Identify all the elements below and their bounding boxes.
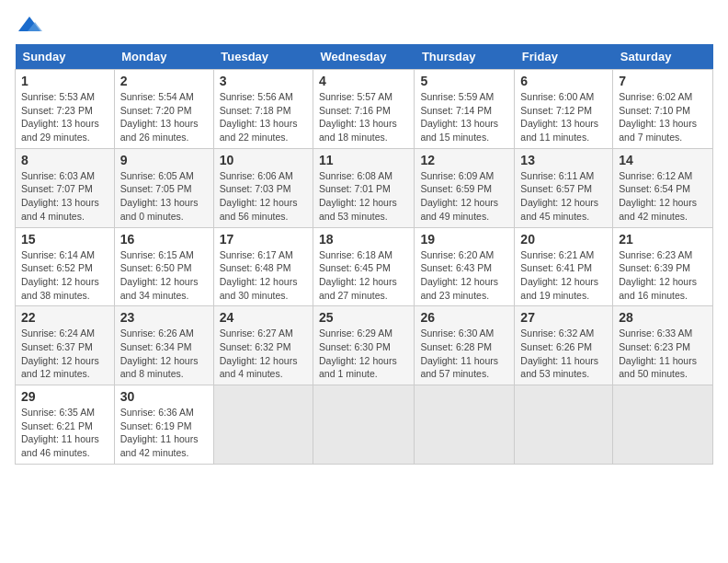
day-info: Sunrise: 6:35 AM Sunset: 6:21 PM Dayligh… (21, 406, 108, 460)
calendar-day-cell: 14Sunrise: 6:12 AM Sunset: 6:54 PM Dayli… (613, 148, 713, 227)
calendar-day-cell: 1Sunrise: 5:53 AM Sunset: 7:23 PM Daylig… (16, 70, 115, 149)
calendar-day-cell (613, 385, 713, 465)
calendar-day-cell: 19Sunrise: 6:20 AM Sunset: 6:43 PM Dayli… (415, 227, 515, 306)
day-info: Sunrise: 6:32 AM Sunset: 6:26 PM Dayligh… (520, 327, 607, 381)
calendar-week-row: 8Sunrise: 6:03 AM Sunset: 7:07 PM Daylig… (16, 148, 713, 227)
day-number: 7 (619, 74, 707, 88)
day-number: 3 (220, 74, 307, 88)
day-info: Sunrise: 6:18 AM Sunset: 6:45 PM Dayligh… (319, 248, 408, 303)
day-number: 16 (120, 232, 208, 247)
day-number: 25 (319, 310, 408, 325)
day-info: Sunrise: 6:15 AM Sunset: 6:50 PM Dayligh… (120, 248, 208, 303)
calendar-day-cell: 21Sunrise: 6:23 AM Sunset: 6:39 PM Dayli… (613, 227, 713, 306)
day-info: Sunrise: 5:57 AM Sunset: 7:16 PM Dayligh… (319, 90, 408, 144)
day-number: 24 (220, 310, 307, 325)
day-info: Sunrise: 6:20 AM Sunset: 6:43 PM Dayligh… (420, 248, 508, 303)
calendar-day-cell: 26Sunrise: 6:30 AM Sunset: 6:28 PM Dayli… (415, 306, 515, 385)
day-number: 2 (120, 74, 208, 88)
calendar-day-cell: 22Sunrise: 6:24 AM Sunset: 6:37 PM Dayli… (16, 306, 115, 385)
day-info: Sunrise: 6:11 AM Sunset: 6:57 PM Dayligh… (520, 169, 607, 224)
day-number: 17 (220, 232, 307, 247)
day-info: Sunrise: 6:33 AM Sunset: 6:23 PM Dayligh… (619, 327, 707, 381)
calendar-day-cell: 9Sunrise: 6:05 AM Sunset: 7:05 PM Daylig… (114, 148, 213, 227)
calendar-day-cell: 18Sunrise: 6:18 AM Sunset: 6:45 PM Dayli… (313, 227, 415, 306)
day-number: 27 (520, 310, 607, 325)
calendar-day-cell: 27Sunrise: 6:32 AM Sunset: 6:26 PM Dayli… (515, 306, 613, 385)
calendar-day-cell: 16Sunrise: 6:15 AM Sunset: 6:50 PM Dayli… (114, 227, 213, 306)
day-info: Sunrise: 6:24 AM Sunset: 6:37 PM Dayligh… (21, 327, 108, 381)
day-number: 26 (420, 310, 508, 325)
day-number: 30 (120, 389, 208, 404)
day-number: 9 (120, 153, 208, 167)
day-info: Sunrise: 6:08 AM Sunset: 7:01 PM Dayligh… (319, 169, 408, 224)
weekday-header-thursday: Thursday (415, 44, 515, 70)
calendar-header-row: SundayMondayTuesdayWednesdayThursdayFrid… (16, 44, 713, 70)
day-info: Sunrise: 6:05 AM Sunset: 7:05 PM Dayligh… (120, 169, 208, 224)
day-info: Sunrise: 6:02 AM Sunset: 7:10 PM Dayligh… (619, 90, 707, 144)
day-info: Sunrise: 6:29 AM Sunset: 6:30 PM Dayligh… (319, 327, 408, 381)
calendar-day-cell: 17Sunrise: 6:17 AM Sunset: 6:48 PM Dayli… (213, 227, 313, 306)
day-info: Sunrise: 6:30 AM Sunset: 6:28 PM Dayligh… (420, 327, 508, 381)
calendar-table: SundayMondayTuesdayWednesdayThursdayFrid… (15, 44, 713, 465)
calendar-week-row: 29Sunrise: 6:35 AM Sunset: 6:21 PM Dayli… (16, 385, 713, 465)
day-number: 18 (319, 232, 408, 247)
day-number: 13 (520, 153, 607, 167)
day-info: Sunrise: 6:27 AM Sunset: 6:32 PM Dayligh… (220, 327, 307, 381)
day-info: Sunrise: 6:00 AM Sunset: 7:12 PM Dayligh… (520, 90, 607, 144)
page-header (15, 15, 713, 35)
calendar-week-row: 22Sunrise: 6:24 AM Sunset: 6:37 PM Dayli… (16, 306, 713, 385)
day-number: 4 (319, 74, 408, 88)
weekday-header-monday: Monday (114, 44, 213, 70)
calendar-day-cell: 30Sunrise: 6:36 AM Sunset: 6:19 PM Dayli… (114, 385, 213, 465)
calendar-day-cell: 29Sunrise: 6:35 AM Sunset: 6:21 PM Dayli… (16, 385, 115, 465)
calendar-day-cell: 15Sunrise: 6:14 AM Sunset: 6:52 PM Dayli… (16, 227, 115, 306)
calendar-day-cell: 8Sunrise: 6:03 AM Sunset: 7:07 PM Daylig… (16, 148, 115, 227)
calendar-day-cell: 6Sunrise: 6:00 AM Sunset: 7:12 PM Daylig… (515, 70, 613, 149)
calendar-day-cell: 12Sunrise: 6:09 AM Sunset: 6:59 PM Dayli… (415, 148, 515, 227)
day-number: 29 (21, 389, 108, 404)
day-number: 10 (220, 153, 307, 167)
day-number: 6 (520, 74, 607, 88)
day-number: 15 (21, 232, 108, 247)
day-number: 12 (420, 153, 508, 167)
logo-icon (17, 15, 42, 35)
calendar-day-cell: 28Sunrise: 6:33 AM Sunset: 6:23 PM Dayli… (613, 306, 713, 385)
weekday-header-friday: Friday (515, 44, 613, 70)
day-info: Sunrise: 6:03 AM Sunset: 7:07 PM Dayligh… (21, 169, 108, 224)
day-info: Sunrise: 6:06 AM Sunset: 7:03 PM Dayligh… (220, 169, 307, 224)
day-number: 19 (420, 232, 508, 247)
calendar-day-cell: 20Sunrise: 6:21 AM Sunset: 6:41 PM Dayli… (515, 227, 613, 306)
calendar-day-cell: 5Sunrise: 5:59 AM Sunset: 7:14 PM Daylig… (415, 70, 515, 149)
weekday-header-saturday: Saturday (613, 44, 713, 70)
calendar-day-cell (213, 385, 313, 465)
calendar-day-cell: 10Sunrise: 6:06 AM Sunset: 7:03 PM Dayli… (213, 148, 313, 227)
calendar-day-cell: 11Sunrise: 6:08 AM Sunset: 7:01 PM Dayli… (313, 148, 415, 227)
day-number: 20 (520, 232, 607, 247)
day-info: Sunrise: 6:36 AM Sunset: 6:19 PM Dayligh… (120, 406, 208, 460)
weekday-header-wednesday: Wednesday (313, 44, 415, 70)
day-number: 5 (420, 74, 508, 88)
day-number: 22 (21, 310, 108, 325)
day-info: Sunrise: 5:59 AM Sunset: 7:14 PM Dayligh… (420, 90, 508, 144)
day-number: 8 (21, 153, 108, 167)
day-info: Sunrise: 6:12 AM Sunset: 6:54 PM Dayligh… (619, 169, 707, 224)
day-info: Sunrise: 6:26 AM Sunset: 6:34 PM Dayligh… (120, 327, 208, 381)
logo (15, 15, 42, 35)
weekday-header-tuesday: Tuesday (213, 44, 313, 70)
calendar-day-cell (313, 385, 415, 465)
day-number: 1 (21, 74, 108, 88)
calendar-day-cell: 24Sunrise: 6:27 AM Sunset: 6:32 PM Dayli… (213, 306, 313, 385)
calendar-day-cell: 3Sunrise: 5:56 AM Sunset: 7:18 PM Daylig… (213, 70, 313, 149)
day-info: Sunrise: 6:21 AM Sunset: 6:41 PM Dayligh… (520, 248, 607, 303)
calendar-week-row: 15Sunrise: 6:14 AM Sunset: 6:52 PM Dayli… (16, 227, 713, 306)
calendar-day-cell: 4Sunrise: 5:57 AM Sunset: 7:16 PM Daylig… (313, 70, 415, 149)
calendar-body: 1Sunrise: 5:53 AM Sunset: 7:23 PM Daylig… (16, 70, 713, 465)
calendar-week-row: 1Sunrise: 5:53 AM Sunset: 7:23 PM Daylig… (16, 70, 713, 149)
day-number: 11 (319, 153, 408, 167)
day-number: 21 (619, 232, 707, 247)
day-number: 14 (619, 153, 707, 167)
day-info: Sunrise: 5:54 AM Sunset: 7:20 PM Dayligh… (120, 90, 208, 144)
calendar-day-cell: 23Sunrise: 6:26 AM Sunset: 6:34 PM Dayli… (114, 306, 213, 385)
day-info: Sunrise: 6:09 AM Sunset: 6:59 PM Dayligh… (420, 169, 508, 224)
calendar-day-cell (515, 385, 613, 465)
